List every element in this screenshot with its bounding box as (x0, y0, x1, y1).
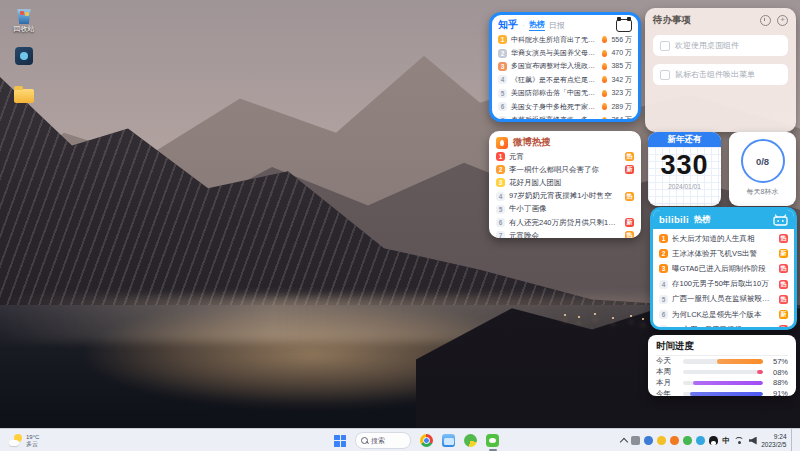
show-desktop-button[interactable] (791, 429, 795, 451)
status-badge: 新 (625, 218, 634, 227)
tray-app-blue-icon[interactable] (644, 436, 653, 445)
item-title: 华裔女演员与美国养父母的纠纷引发2千… (511, 48, 598, 58)
heat-value: 342 万 (611, 75, 632, 85)
status-badge: 新 (625, 165, 634, 174)
progress-label: 本月 (656, 378, 678, 388)
weather-icon (9, 434, 22, 447)
add-todo-icon[interactable]: + (777, 15, 788, 26)
progress-track (683, 359, 763, 364)
water-progress-ring[interactable]: 0/8 (741, 139, 785, 183)
todo-item[interactable]: 鼠标右击组件唤出菜单 (653, 64, 788, 85)
tray-app-orange-icon[interactable] (670, 436, 679, 445)
tray-time: 9:24 (761, 433, 786, 441)
bilibili-item[interactable]: 4存100元男子50年后取出10万热 (659, 277, 788, 292)
rank-badge: 5 (498, 89, 507, 98)
search-box[interactable]: 搜索 (355, 432, 411, 449)
tray-date: 2023/2/5 (761, 441, 786, 449)
desktop-icon-recycle-bin[interactable]: 回收站 (4, 6, 44, 33)
weibo-item[interactable]: 1元宵热 (496, 150, 634, 163)
wechat-icon[interactable] (486, 434, 499, 447)
tray-shield-icon[interactable] (631, 436, 640, 445)
zhihu-hotlist-widget: 知乎 · 热榜 日报 1中科院水生所培育出了无刺鲫鱼，80…556 万2华裔女演… (489, 12, 641, 122)
status-badge: 热 (779, 295, 788, 304)
status-badge: 热 (779, 234, 788, 243)
status-badge: 热 (625, 231, 634, 238)
clock-icon[interactable] (760, 15, 771, 26)
item-title: 春节后返程高峰来临，多地高速拥堵… (511, 115, 598, 122)
volume-icon[interactable] (749, 437, 757, 445)
weibo-item[interactable]: 497岁奶奶元宵夜摆摊1小时售空热 (496, 190, 634, 203)
countdown-days: 330 (648, 150, 721, 181)
rank-badge: 2 (496, 165, 505, 174)
todo-item[interactable]: 欢迎使用桌面组件 (653, 35, 788, 56)
desktop-icon-folder[interactable] (4, 86, 44, 104)
wifi-icon[interactable] (734, 437, 744, 444)
weibo-item[interactable]: 3花好月圆人团圆 (496, 176, 634, 189)
weibo-item[interactable]: 7元宵晚会热 (496, 229, 634, 238)
input-method-indicator[interactable]: 中 (722, 436, 730, 446)
folder-icon (14, 89, 34, 103)
tray-icon-group (631, 436, 718, 445)
separator: · (522, 21, 525, 30)
zhihu-list: 1中科院水生所培育出了无刺鲫鱼，80…556 万2华裔女演员与美国养父母的纠纷引… (498, 33, 632, 122)
heat-value: 470 万 (611, 48, 632, 58)
chrome-icon[interactable] (420, 434, 433, 447)
taskbar: 19°C 多云 搜索 中 9:24 2023/2/5 (0, 428, 800, 451)
browser-360-icon[interactable] (464, 434, 477, 447)
heat-value: 556 万 (611, 35, 632, 45)
progress-track (683, 370, 763, 375)
tray-app-yellow-icon[interactable] (657, 436, 666, 445)
weibo-item[interactable]: 5牛小丁画像 (496, 203, 634, 216)
rank-badge: 3 (496, 178, 505, 187)
rank-badge: 2 (498, 49, 507, 58)
zhihu-item[interactable]: 5美国防部称击落「中国无人飞艇」，自己…323 万 (498, 87, 632, 100)
bilibili-item[interactable]: 7UP主用AI复原了奶奶热 (659, 322, 788, 330)
status-badge: 热 (779, 280, 788, 289)
flame-icon (602, 117, 607, 122)
item-title: 有人还完240万房贷月供只剩1块多 (509, 218, 621, 228)
bilibili-tab-hot[interactable]: 热榜 (694, 214, 711, 226)
tray-chevron-up-icon[interactable] (619, 437, 627, 445)
bilibili-item[interactable]: 5广西一服刑人员在监狱被殴打致死热 (659, 292, 788, 307)
water-caption: 每天8杯水 (729, 187, 796, 197)
bilibili-item[interactable]: 6为何LCK总是领先半个版本新 (659, 307, 788, 322)
zhihu-item[interactable]: 1中科院水生所培育出了无刺鲫鱼，80…556 万 (498, 33, 632, 46)
todo-checkbox[interactable] (660, 70, 670, 80)
progress-label: 今年 (656, 389, 678, 396)
zhihu-item[interactable]: 4《狂飙》是不是有点烂尾了？342 万 (498, 73, 632, 86)
zhihu-item[interactable]: 3多国宣布调整对华入境政策释放了什么信…385 万 (498, 60, 632, 73)
desktop-icon-app[interactable] (4, 47, 44, 66)
tray-app-green-icon[interactable] (683, 436, 692, 445)
taskbar-weather-widget[interactable]: 19°C 多云 (0, 434, 39, 447)
weather-temp: 19°C (26, 434, 39, 441)
item-title: 牛小丁画像 (509, 204, 634, 214)
status-badge: 热 (625, 152, 634, 161)
weather-cond: 多云 (26, 441, 39, 448)
weibo-item[interactable]: 6有人还完240万房贷月供只剩1块多新 (496, 216, 634, 229)
tray-qq-icon[interactable] (709, 436, 718, 445)
bilibili-logo: bilibili (659, 214, 689, 225)
flame-icon (602, 76, 607, 83)
tab-daily[interactable]: 日报 (549, 20, 565, 31)
rank-badge: 6 (496, 218, 505, 227)
bilibili-item[interactable]: 2王冰冰体验开飞机VS出警新 (659, 246, 788, 261)
weibo-list: 1元宵热2李一桐什么都唱只会害了你新3花好月圆人团圆497岁奶奶元宵夜摆摊1小时… (496, 150, 634, 238)
tab-hot[interactable]: 热榜 (529, 19, 545, 31)
zhihu-item[interactable]: 6美国女子身中多枪死于家门口，凶…289 万 (498, 100, 632, 113)
tray-clock[interactable]: 9:24 2023/2/5 (761, 433, 786, 448)
todo-checkbox[interactable] (660, 41, 670, 51)
item-title: 美国女子身中多枪死于家门口，凶… (511, 102, 598, 112)
todo-widget: 待办事项 + 欢迎使用桌面组件鼠标右击组件唤出菜单 (645, 8, 796, 132)
zhihu-item[interactable]: 2华裔女演员与美国养父母的纠纷引发2千…470 万 (498, 46, 632, 59)
bilibili-item[interactable]: 3曝GTA6已进入后期制作阶段热 (659, 261, 788, 276)
time-progress-title: 时间进度 (656, 340, 788, 356)
weibo-item[interactable]: 2李一桐什么都唱只会害了你新 (496, 163, 634, 176)
file-explorer-icon[interactable] (442, 434, 455, 447)
bilibili-item[interactable]: 1长大后才知道的人生真相热 (659, 231, 788, 246)
start-button[interactable] (334, 435, 346, 447)
zhihu-item[interactable]: 7春节后返程高峰来临，多地高速拥堵…264 万 (498, 113, 632, 122)
shore-lights (560, 312, 650, 326)
item-title: 97岁奶奶元宵夜摆摊1小时售空 (509, 191, 621, 201)
tray-app-skyblue-icon[interactable] (696, 436, 705, 445)
todo-title: 待办事项 (653, 14, 691, 27)
